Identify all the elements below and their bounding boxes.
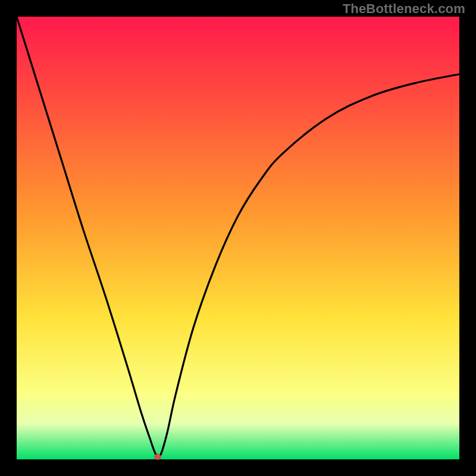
plot-area [17,17,459,459]
chart-outer-frame: TheBottleneck.com [0,0,476,476]
plot-frame [17,17,459,459]
minimum-marker [154,454,161,460]
bottleneck-curve [17,17,459,459]
watermark-text: TheBottleneck.com [343,1,465,17]
